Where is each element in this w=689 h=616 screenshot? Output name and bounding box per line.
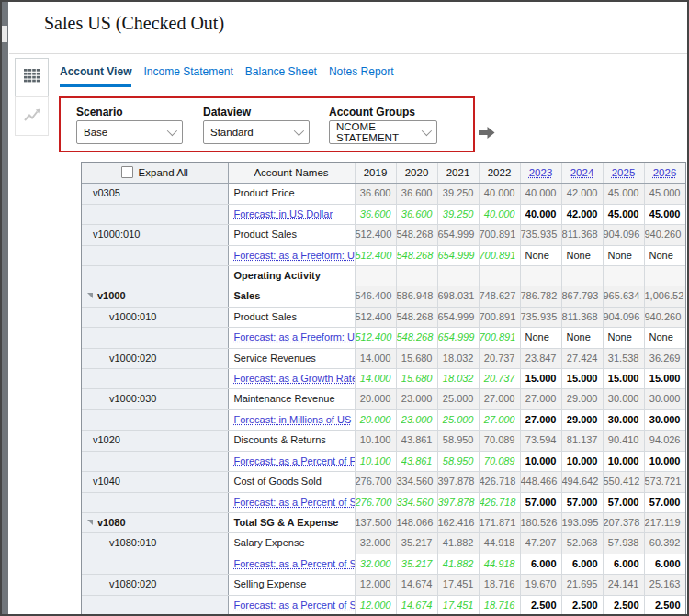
account-code-cell — [82, 328, 228, 348]
forecast-input-value[interactable]: None — [520, 328, 561, 348]
table-row: Forecast: in US Dollar36.60036.60039.250… — [82, 204, 685, 224]
forecast-method-link[interactable]: Forecast: as a Percent of F — [234, 452, 355, 471]
forecast-input-value[interactable]: 30.000 — [644, 409, 685, 430]
year-link-2023[interactable]: 2023 — [529, 167, 553, 178]
dataview-select[interactable]: Standard — [203, 120, 310, 144]
account-code-cell — [82, 492, 228, 512]
forecast-input-value[interactable]: 57.000 — [520, 492, 561, 512]
forecast-historical-value: 14.674 — [396, 595, 437, 615]
forecast-method-link[interactable]: Forecast: as a Percent of S — [234, 493, 355, 512]
account-code-cell — [82, 266, 228, 286]
forecast-input-value[interactable]: 6.000 — [644, 554, 685, 574]
forecast-input-value[interactable]: 6.000 — [561, 554, 603, 574]
historical-value: 23.000 — [396, 389, 437, 409]
forecast-input-value[interactable]: 15.000 — [561, 369, 603, 389]
forecast-input-value[interactable]: 30.000 — [603, 409, 644, 430]
forecast-method-link[interactable]: Forecast: as a Freeform: US Dollar — [234, 246, 355, 265]
forecast-input-value[interactable]: 40.000 — [520, 204, 561, 224]
scrollbar-thumb[interactable] — [2, 26, 7, 42]
year-link-2024[interactable]: 2024 — [570, 167, 594, 178]
forecast-input-value[interactable]: 45.000 — [603, 204, 644, 224]
forecast-input-value[interactable]: 10.000 — [603, 451, 644, 471]
forecast-input-value[interactable]: None — [603, 328, 644, 348]
window-edge-scrollbar[interactable] — [2, 2, 8, 614]
historical-value: 40.000 — [479, 184, 520, 204]
value-cell — [479, 266, 520, 286]
year-link-2025[interactable]: 2025 — [612, 167, 636, 178]
account-code-cell — [82, 369, 228, 389]
chart-view-button[interactable] — [15, 96, 49, 136]
forecast-historical-value: 548.268 — [396, 328, 437, 348]
account-code-cell — [82, 451, 228, 471]
forecast-input-value[interactable]: 2.500 — [644, 595, 685, 615]
forecast-input-value[interactable]: 2.500 — [603, 595, 644, 615]
forecast-input-value[interactable]: 2.500 — [561, 595, 603, 615]
year-header-2019: 2019 — [355, 163, 396, 184]
forecast-input-value[interactable]: None — [520, 245, 561, 265]
forecast-input-value[interactable]: None — [561, 328, 603, 348]
scenario-select[interactable]: Base — [76, 120, 183, 144]
tab-balance-sheet[interactable]: Balance Sheet — [245, 65, 317, 87]
account-code-cell — [82, 409, 228, 430]
forecast-method-link[interactable]: Forecast: in US Dollar — [234, 205, 355, 224]
tab-account-view[interactable]: Account View — [60, 65, 131, 87]
forecast-method-link[interactable]: Forecast: as a Percent of S — [234, 554, 355, 574]
historical-value: 548.268 — [396, 307, 437, 327]
historical-value: 60.392 — [644, 533, 685, 554]
forecast-input-value[interactable]: 6.000 — [603, 554, 644, 574]
forecast-historical-value: 20.000 — [355, 409, 396, 430]
account-name-cell: Sales — [228, 286, 355, 307]
historical-value: 45.000 — [603, 184, 644, 204]
forecast-method-link[interactable]: Forecast: as a Growth Rate — [234, 369, 355, 388]
account-code-cell — [82, 595, 228, 615]
forecast-input-value[interactable]: None — [603, 245, 644, 265]
historical-value: 867.793 — [561, 286, 603, 307]
account-code-cell: v1080:010 — [82, 533, 228, 554]
forecast-input-value[interactable]: 42.000 — [561, 204, 603, 224]
collapse-triangle-icon[interactable] — [87, 520, 93, 525]
go-arrow-button[interactable] — [479, 126, 495, 142]
forecast-historical-value: 70.089 — [479, 451, 520, 471]
historical-value: 207.378 — [603, 512, 644, 532]
forecast-input-value[interactable]: 10.000 — [644, 451, 685, 471]
account-groups-select[interactable]: NCOME STATEMENT — [329, 120, 437, 144]
forecast-input-value[interactable]: 57.000 — [603, 492, 644, 512]
historical-value: 29.000 — [561, 389, 603, 409]
forecast-input-value[interactable]: 6.000 — [520, 554, 561, 574]
forecast-input-value[interactable]: None — [644, 245, 685, 265]
historical-value: 654.999 — [437, 225, 479, 245]
forecast-historical-value: 40.000 — [479, 204, 520, 224]
scenario-value: Base — [84, 127, 107, 138]
forecast-method-link[interactable]: Forecast: as a Percent of S — [234, 596, 355, 615]
tab-income-statement[interactable]: Income Statement — [143, 65, 232, 87]
forecast-method-link[interactable]: Forecast: as a Freeform: US Dollar — [234, 328, 355, 347]
forecast-input-value[interactable]: 57.000 — [644, 492, 685, 512]
tab-notes-report[interactable]: Notes Report — [329, 65, 394, 87]
grid-view-button[interactable] — [15, 58, 49, 97]
forecast-input-value[interactable]: 45.000 — [644, 204, 685, 224]
forecast-input-value[interactable]: 57.000 — [561, 492, 603, 512]
expand-all-checkbox[interactable] — [121, 166, 133, 178]
collapse-triangle-icon[interactable] — [87, 293, 93, 298]
forecast-input-value[interactable]: 10.000 — [520, 451, 561, 471]
year-link-2026[interactable]: 2026 — [653, 167, 677, 178]
year-header-2023: 2023 — [520, 163, 561, 184]
account-names-header: Account Names — [228, 163, 355, 184]
forecast-input-value[interactable]: 29.000 — [561, 409, 603, 430]
forecast-input-value[interactable]: None — [561, 245, 603, 265]
forecast-input-value[interactable]: 15.000 — [520, 369, 561, 389]
account-name-cell: Forecast: as a Percent of S — [228, 492, 355, 512]
forecast-method-link[interactable]: Forecast: in Millions of US — [234, 410, 355, 430]
forecast-historical-value: 700.891 — [479, 328, 520, 348]
historical-value: 36.600 — [396, 184, 437, 204]
forecast-input-value[interactable]: 15.000 — [644, 369, 685, 389]
forecast-historical-value: 36.600 — [396, 204, 437, 224]
historical-value: 217.119 — [644, 512, 685, 532]
forecast-input-value[interactable]: 2.500 — [520, 595, 561, 615]
historical-value: 58.950 — [437, 431, 479, 451]
forecast-input-value[interactable]: 10.000 — [561, 451, 603, 471]
forecast-input-value[interactable]: 15.000 — [603, 369, 644, 389]
forecast-input-value[interactable]: None — [644, 328, 685, 348]
account-name-cell: Service Revenues — [228, 348, 355, 368]
forecast-input-value[interactable]: 27.000 — [520, 409, 561, 430]
